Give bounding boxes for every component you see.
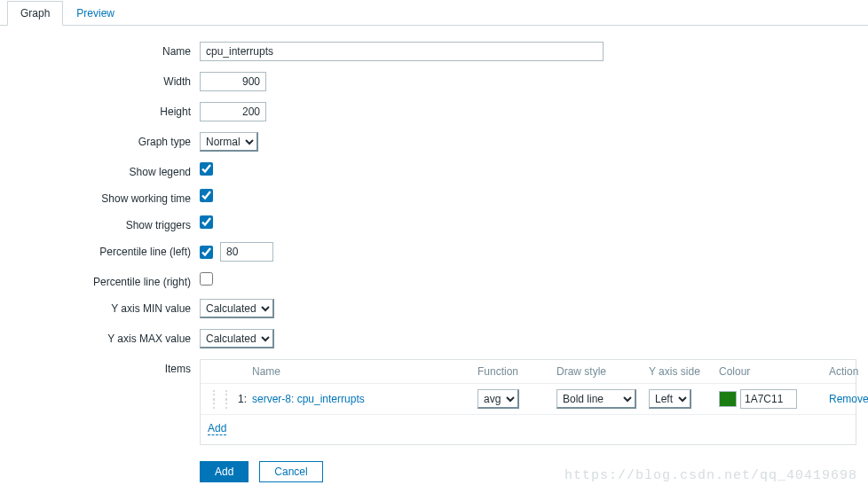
label-y-max: Y axis MAX value [9,329,200,345]
label-show-triggers: Show triggers [9,215,200,231]
width-input[interactable] [200,72,266,91]
draw-style-select[interactable]: Bold line [556,389,636,409]
graph-form: Name Width Height Graph type Normal Show… [0,26,868,493]
label-percentile-left: Percentile line (left) [9,242,200,258]
graph-type-select[interactable]: Normal [200,132,258,152]
label-name: Name [9,42,200,58]
col-y-axis-side: Y axis side [649,365,715,378]
colour-input[interactable]: 1A7C11 [740,389,797,409]
col-colour: Colour [719,365,825,378]
label-show-working-time: Show working time [9,189,200,205]
add-item-link[interactable]: Add [208,423,226,435]
items-header: Name Function Draw style Y axis side Col… [201,360,856,384]
label-items: Items [9,359,200,375]
tab-bar: Graph Preview [0,0,868,26]
table-row: ⋮⋮⋮⋮ 1: server-8: cpu_interrupts avg Bol… [201,384,856,415]
percentile-left-checkbox[interactable] [200,246,213,259]
y-axis-side-select[interactable]: Left [649,389,691,409]
drag-handle-icon[interactable]: ⋮⋮⋮⋮ [208,390,227,408]
y-max-select[interactable]: Calculated [200,329,274,348]
name-input[interactable] [200,42,604,61]
cancel-button[interactable]: Cancel [259,461,322,482]
show-legend-checkbox[interactable] [200,162,213,176]
percentile-left-input[interactable] [220,242,273,262]
label-graph-type: Graph type [9,132,200,148]
col-action: Action [829,365,868,378]
colour-swatch[interactable] [719,391,737,407]
row-index: 1: [231,393,249,405]
height-input[interactable] [200,102,266,121]
y-min-select[interactable]: Calculated [200,299,274,318]
tab-preview[interactable]: Preview [63,1,128,26]
show-triggers-checkbox[interactable] [200,215,213,229]
col-draw-style: Draw style [556,365,645,378]
label-height: Height [9,102,200,118]
label-show-legend: Show legend [9,162,200,178]
show-working-time-checkbox[interactable] [200,189,213,202]
add-button[interactable]: Add [200,461,249,482]
label-y-min: Y axis MIN value [9,299,200,315]
label-width: Width [9,72,200,88]
tab-graph[interactable]: Graph [7,1,63,26]
watermark: https://blog.csdn.net/qq_40419698 [564,468,857,483]
col-function: Function [477,365,553,378]
label-percentile-right: Percentile line (right) [9,272,200,288]
function-select[interactable]: avg [477,389,519,409]
percentile-right-checkbox[interactable] [200,272,213,286]
remove-link[interactable]: Remove [829,393,868,405]
col-name: Name [252,365,474,378]
items-table: Name Function Draw style Y axis side Col… [200,359,856,445]
item-name-link[interactable]: server-8: cpu_interrupts [252,393,365,405]
